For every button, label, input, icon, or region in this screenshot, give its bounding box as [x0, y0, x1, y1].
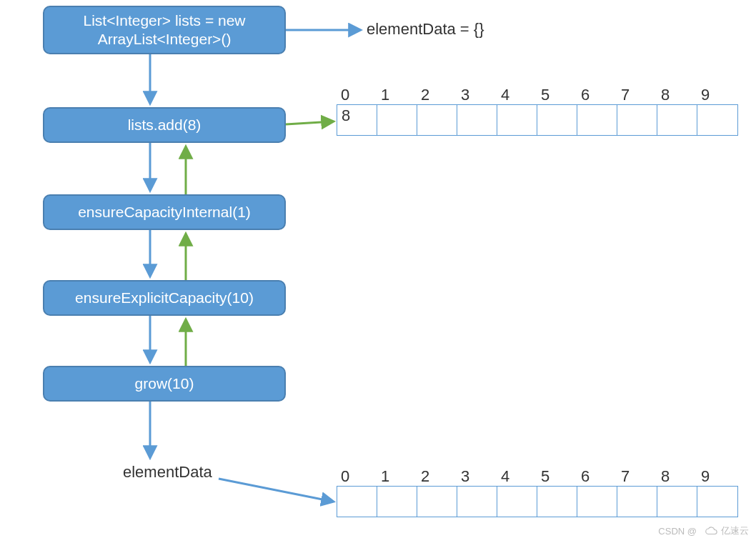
array-bottom-cell	[377, 487, 417, 517]
array-top-index: 6	[577, 86, 617, 104]
array-top-index: 5	[537, 86, 577, 104]
array-top-index: 9	[697, 86, 737, 104]
watermark: CSDN @ 亿速云	[658, 524, 749, 537]
array-top-index: 3	[457, 86, 497, 104]
array-table-bottom: 0 1 2 3 4 5 6 7 8 9	[337, 467, 738, 517]
array-top-cell	[537, 105, 577, 135]
flow-node-ensure-explicit-label: ensureExplicitCapacity(10)	[75, 289, 254, 307]
array-bottom-index: 8	[657, 467, 697, 486]
label-elementdata-empty: elementData = {}	[367, 20, 484, 39]
flow-node-grow-label: grow(10)	[135, 374, 194, 393]
array-top-cell	[417, 105, 457, 135]
arrow-elementdata-to-array2	[219, 479, 333, 502]
arrow-add-to-array1	[286, 121, 333, 124]
cloud-icon	[705, 527, 718, 535]
array-top-cells: 8	[337, 104, 738, 136]
label-elementdata-bottom: elementData	[123, 463, 212, 482]
array-bottom-cells	[337, 486, 738, 517]
array-bottom-cell	[537, 487, 577, 517]
flow-node-ensure-explicit: ensureExplicitCapacity(10)	[43, 280, 286, 316]
array-bottom-index: 3	[457, 467, 497, 486]
array-top-index: 2	[417, 86, 457, 104]
array-top-index: 1	[377, 86, 417, 104]
watermark-right: 亿速云	[721, 524, 749, 537]
flow-node-ensure-internal: ensureCapacityInternal(1)	[43, 194, 286, 230]
array-top-index: 0	[337, 86, 377, 104]
array-bottom-cell	[337, 487, 377, 517]
flow-node-init: List<Integer> lists = new ArrayList<Inte…	[43, 6, 286, 54]
watermark-left: CSDN @	[658, 526, 697, 537]
array-bottom-cell	[457, 487, 497, 517]
array-bottom-index: 7	[617, 467, 657, 486]
array-table-top: 0 1 2 3 4 5 6 7 8 9 8	[337, 86, 738, 136]
array-top-cell	[377, 105, 417, 135]
array-top-cell: 8	[337, 105, 377, 135]
array-top-index: 7	[617, 86, 657, 104]
array-bottom-index: 0	[337, 467, 377, 486]
array-bottom-cell	[697, 487, 737, 517]
array-top-cell	[457, 105, 497, 135]
array-bottom-cell	[617, 487, 657, 517]
array-top-cell	[577, 105, 617, 135]
array-bottom-index: 5	[537, 467, 577, 486]
array-bottom-indices: 0 1 2 3 4 5 6 7 8 9	[337, 467, 738, 486]
array-bottom-cell	[577, 487, 617, 517]
flow-node-add: lists.add(8)	[43, 107, 286, 143]
array-top-cell	[497, 105, 537, 135]
flow-node-ensure-internal-label: ensureCapacityInternal(1)	[78, 203, 251, 221]
array-bottom-index: 2	[417, 467, 457, 486]
array-top-cell	[657, 105, 697, 135]
array-bottom-index: 6	[577, 467, 617, 486]
array-bottom-index: 4	[497, 467, 537, 486]
flow-node-add-label: lists.add(8)	[128, 116, 202, 134]
arrows-layer	[0, 0, 756, 543]
array-top-index: 4	[497, 86, 537, 104]
array-bottom-index: 9	[697, 467, 737, 486]
array-bottom-cell	[417, 487, 457, 517]
array-top-cell	[617, 105, 657, 135]
flow-node-grow: grow(10)	[43, 366, 286, 402]
flow-node-init-line2: ArrayList<Integer>()	[98, 30, 232, 49]
array-top-indices: 0 1 2 3 4 5 6 7 8 9	[337, 86, 738, 104]
array-bottom-cell	[497, 487, 537, 517]
array-bottom-cell	[657, 487, 697, 517]
flow-node-init-line1: List<Integer> lists = new	[83, 11, 245, 30]
array-top-index: 8	[657, 86, 697, 104]
array-top-cell	[697, 105, 737, 135]
watermark-right-group: 亿速云	[705, 524, 749, 537]
array-bottom-index: 1	[377, 467, 417, 486]
